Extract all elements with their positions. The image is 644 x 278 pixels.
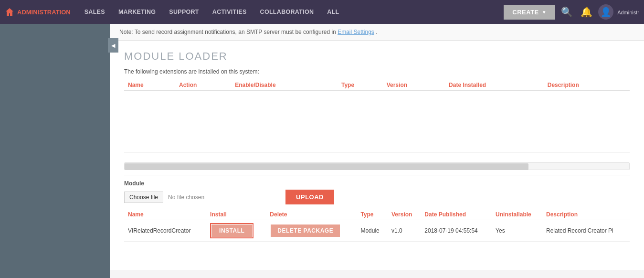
main-content: Note: To send record assignment notifica…: [110, 24, 644, 278]
notice-bar: Note: To send record assignment notifica…: [110, 24, 644, 41]
ext-col-name: Name: [124, 80, 175, 91]
nav-collaboration[interactable]: COLLABORATION: [253, 0, 321, 24]
user-avatar[interactable]: 👤: [598, 4, 613, 20]
page-title: MODULE LOADER: [124, 50, 630, 63]
home-icon: [5, 7, 14, 17]
pkg-col-date-published: Date Published: [421, 209, 492, 220]
extensions-table: Name Action Enable/Disable Type Version …: [124, 80, 630, 153]
page-subtitle: The following extensions are installed o…: [124, 68, 630, 75]
user-label: Administr: [617, 10, 639, 15]
notice-text: Note: To send record assignment notifica…: [119, 29, 338, 35]
upload-button[interactable]: UPLOAD: [285, 190, 334, 204]
home-link[interactable]: ADMINISTRATION: [5, 7, 71, 17]
email-settings-link[interactable]: Email Settings: [338, 29, 374, 35]
pkg-install-cell: INSTALL: [206, 220, 266, 242]
pkg-name: VIRelatedRecordCreator: [124, 220, 206, 242]
create-dropdown-icon: ▼: [542, 10, 547, 15]
top-navigation: ADMINISTRATION SALES MARKETING SUPPORT A…: [0, 0, 644, 24]
no-file-text: No file chosen: [168, 194, 204, 201]
upload-section: Module Choose file No file chosen UPLOAD: [124, 175, 630, 204]
ext-col-enable: Enable/Disable: [231, 80, 338, 91]
scrollbar-thumb: [125, 163, 528, 170]
nav-sales[interactable]: SALES: [78, 0, 112, 24]
create-button[interactable]: CREATE ▼: [504, 5, 555, 20]
pkg-col-delete: Delete: [266, 209, 357, 220]
sidebar-toggle[interactable]: ◀: [108, 38, 118, 53]
nav-right: CREATE ▼ 🔍 🔔 👤 Administr: [504, 4, 639, 20]
pkg-date-published: 2018-07-19 04:55:54: [421, 220, 492, 242]
pkg-version: v1.0: [388, 220, 421, 242]
upload-row: Choose file No file chosen UPLOAD: [124, 190, 630, 204]
main-layout: ◀ Note: To send record assignment notifi…: [0, 24, 644, 278]
pkg-type: Module: [357, 220, 388, 242]
pkg-col-install: Install: [206, 209, 266, 220]
packages-table: Name Install Delete Type Version Date Pu…: [124, 209, 630, 242]
pkg-delete-cell: DELETE PACKAGE: [266, 220, 357, 242]
install-button-wrapper: INSTALL: [210, 223, 253, 238]
nav-support[interactable]: SUPPORT: [162, 0, 206, 24]
pkg-uninstallable: Yes: [492, 220, 542, 242]
delete-package-button[interactable]: DELETE PACKAGE: [271, 225, 340, 237]
ext-col-version: Version: [383, 80, 445, 91]
nav-items: SALES MARKETING SUPPORT ACTIVITIES COLLA…: [78, 0, 504, 24]
pkg-col-description: Description: [542, 209, 630, 220]
nav-all[interactable]: ALL: [320, 0, 346, 24]
sidebar: ◀: [0, 24, 110, 278]
pkg-col-type: Type: [357, 209, 388, 220]
search-button[interactable]: 🔍: [559, 4, 575, 20]
nav-activities[interactable]: ACTIVITIES: [206, 0, 253, 24]
pkg-col-version: Version: [388, 209, 421, 220]
ext-col-type: Type: [338, 80, 383, 91]
admin-label: ADMINISTRATION: [17, 9, 71, 16]
ext-col-action: Action: [175, 80, 231, 91]
choose-file-button[interactable]: Choose file: [124, 192, 163, 203]
module-label: Module: [124, 180, 630, 187]
notifications-button[interactable]: 🔔: [579, 4, 594, 20]
nav-marketing[interactable]: MARKETING: [112, 0, 162, 24]
notice-suffix: .: [376, 29, 377, 35]
ext-col-date-installed: Date Installed: [445, 80, 544, 91]
horizontal-scrollbar[interactable]: [124, 162, 630, 170]
pkg-description: Related Record Creator Pl: [542, 220, 630, 242]
content-area: MODULE LOADER The following extensions a…: [110, 41, 644, 270]
table-row: VIRelatedRecordCreator INSTALL DELETE PA…: [124, 220, 630, 242]
install-button[interactable]: INSTALL: [211, 225, 252, 237]
pkg-col-name: Name: [124, 209, 206, 220]
ext-col-description: Description: [544, 80, 630, 91]
pkg-col-uninstallable: Uninstallable: [492, 209, 542, 220]
